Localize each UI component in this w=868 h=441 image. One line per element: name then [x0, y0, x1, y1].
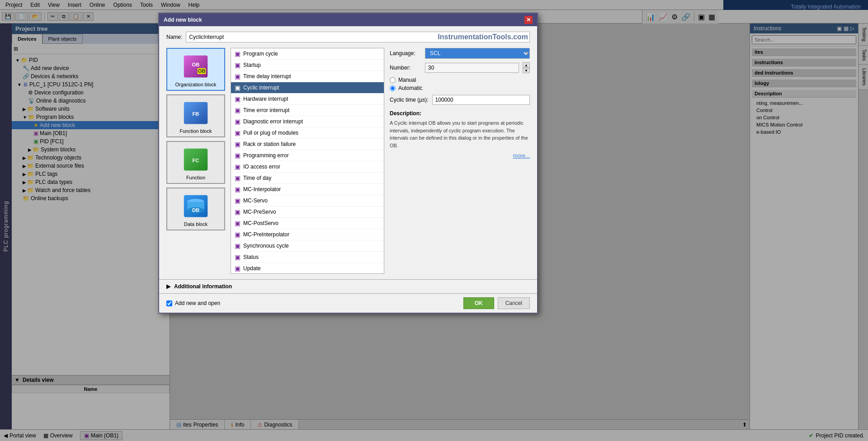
- modal-add-new-block: Add new block ✕ Name: InstrumentationToo…: [158, 13, 538, 314]
- modal-right-panel: Language: SCL LAD FBD STL ▼ Number: ▲: [390, 48, 530, 274]
- modal-close-btn[interactable]: ✕: [524, 16, 533, 24]
- list-icon-18: ▣: [235, 253, 241, 261]
- svg-text:FC: FC: [193, 158, 199, 163]
- cyclic-time-row: Cyclic time (µs):: [390, 95, 530, 105]
- list-icon-19: ▣: [235, 265, 241, 272]
- list-icon-3: ▣: [235, 84, 241, 91]
- list-item-program-cycle[interactable]: ▣ Program cycle: [231, 48, 384, 60]
- list-item-programming-error[interactable]: ▣ Programming error: [231, 150, 384, 161]
- add-open-label: Add new and open: [175, 300, 220, 306]
- svg-text:OB: OB: [198, 68, 206, 74]
- fb-block-icon: FB: [182, 99, 209, 127]
- list-icon-6: ▣: [235, 118, 241, 125]
- list-item-mc-preinterpolator[interactable]: ▣ MC-PreInterpolator: [231, 229, 384, 240]
- list-icon-10: ▣: [235, 163, 241, 170]
- block-btn-fb[interactable]: FB Function block: [166, 94, 225, 137]
- language-select[interactable]: SCL LAD FBD STL: [425, 48, 530, 59]
- list-item-update[interactable]: ▣ Update: [231, 263, 384, 274]
- list-item-mc-postservo[interactable]: ▣ MC-PostServo: [231, 218, 384, 229]
- language-row: Language: SCL LAD FBD STL ▼: [390, 48, 530, 59]
- block-type-list: ▣ Program cycle ▣ Startup ▣ Time delay i…: [231, 48, 384, 274]
- list-item-mc-preservo[interactable]: ▣ MC-PreServo: [231, 206, 384, 218]
- block-type-buttons: OB OB Organization block: [166, 48, 225, 274]
- list-item-time-of-day[interactable]: ▣ Time of day: [231, 173, 384, 184]
- description-label: Description:: [390, 110, 530, 117]
- number-spin-down[interactable]: ▼: [523, 68, 530, 73]
- svg-text:FB: FB: [193, 111, 199, 117]
- numbering-radio-group: Manual Automatic: [390, 77, 530, 91]
- radio-manual-input[interactable]: [390, 77, 396, 83]
- add-open-checkbox-row: Add new and open: [166, 300, 220, 306]
- list-icon-9: ▣: [235, 152, 241, 159]
- modal-title: Add new block: [164, 17, 202, 23]
- modal-body: Name: InstrumentationTools.com: [159, 26, 537, 279]
- number-row: Number: ▲ ▼: [390, 62, 530, 73]
- cancel-button[interactable]: Cancel: [498, 297, 530, 309]
- number-input[interactable]: [425, 63, 519, 73]
- footer-buttons: OK Cancel: [463, 297, 530, 309]
- radio-automatic-input[interactable]: [390, 85, 396, 91]
- list-icon-0: ▣: [235, 50, 241, 57]
- list-icon-5: ▣: [235, 107, 241, 114]
- list-item-pull-plug[interactable]: ▣ Pull or plug of modules: [231, 127, 384, 139]
- modal-titlebar: Add new block ✕: [159, 14, 537, 26]
- block-btn-fc[interactable]: FC Function: [166, 141, 225, 184]
- list-item-mc-interpolator[interactable]: ▣ MC-Interpolator: [231, 184, 384, 195]
- list-icon-14: ▣: [235, 208, 241, 216]
- addi-info-label: Additional information: [174, 283, 232, 290]
- fb-block-label: Function block: [180, 128, 212, 134]
- list-icon-7: ▣: [235, 129, 241, 136]
- cyclic-time-label: Cyclic time (µs):: [390, 97, 429, 103]
- radio-manual[interactable]: Manual: [390, 77, 530, 83]
- ob-block-icon: OB OB: [182, 53, 209, 80]
- modal-content: OB OB Organization block: [166, 48, 530, 274]
- svg-text:OB: OB: [192, 62, 200, 67]
- fc-block-label: Function: [186, 175, 205, 180]
- list-icon-13: ▣: [235, 197, 241, 204]
- list-item-status[interactable]: ▣ Status: [231, 252, 384, 263]
- list-icon-17: ▣: [235, 242, 241, 249]
- db-block-icon: DB: [182, 192, 209, 220]
- list-item-mc-servo[interactable]: ▣ MC-Servo: [231, 195, 384, 206]
- number-spinner: ▲ ▼: [523, 62, 530, 73]
- ob-block-label: Organization block: [175, 82, 216, 87]
- list-item-time-delay-interrupt[interactable]: ▣ Time delay interrupt: [231, 71, 384, 82]
- list-icon-8: ▣: [235, 141, 241, 148]
- add-open-checkbox[interactable]: [166, 300, 172, 306]
- list-icon-12: ▣: [235, 186, 241, 193]
- modal-footer: Add new and open OK Cancel: [159, 293, 537, 313]
- language-label: Language:: [390, 50, 421, 56]
- list-item-rack-station-failure[interactable]: ▣ Rack or station failure: [231, 139, 384, 150]
- additional-info-section[interactable]: ▶ Additional information: [159, 279, 537, 293]
- description-text: A Cyclic interrupt OB allows you to star…: [390, 119, 530, 149]
- block-btn-ob[interactable]: OB OB Organization block: [166, 48, 225, 91]
- description-section: Description: A Cyclic interrupt OB allow…: [390, 110, 530, 159]
- ok-button[interactable]: OK: [463, 297, 494, 309]
- list-icon-2: ▣: [235, 73, 241, 80]
- list-icon-15: ▣: [235, 220, 241, 227]
- name-label: Name:: [166, 34, 182, 40]
- list-item-hardware-interrupt[interactable]: ▣ Hardware interrupt: [231, 94, 384, 105]
- list-icon-4: ▣: [235, 95, 241, 103]
- cyclic-time-input[interactable]: [432, 95, 530, 105]
- watermark: InstrumentationTools.com: [438, 33, 528, 41]
- number-spin-up[interactable]: ▲: [523, 62, 530, 68]
- radio-automatic[interactable]: Automatic: [390, 85, 530, 91]
- more-link[interactable]: more...: [390, 153, 530, 159]
- block-btn-db[interactable]: DB Data block: [166, 188, 225, 230]
- list-item-cyclic-interrupt[interactable]: ▣ Cyclic interrupt: [231, 82, 384, 94]
- list-item-diag-error-interrupt[interactable]: ▣ Diagnostic error interrupt: [231, 116, 384, 127]
- db-block-label: Data block: [184, 221, 208, 227]
- list-item-startup[interactable]: ▣ Startup: [231, 60, 384, 71]
- svg-text:DB: DB: [192, 207, 199, 213]
- fc-block-icon: FC: [182, 146, 209, 173]
- list-item-time-error-interrupt[interactable]: ▣ Time error interrupt: [231, 105, 384, 116]
- list-icon-1: ▣: [235, 61, 241, 69]
- modal-name-row: Name: InstrumentationTools.com: [166, 32, 530, 42]
- addi-info-expand-icon: ▶: [166, 283, 170, 290]
- list-item-io-access-error[interactable]: ▣ IO access error: [231, 161, 384, 173]
- list-item-synchronous-cycle[interactable]: ▣ Synchronous cycle: [231, 240, 384, 252]
- list-icon-11: ▣: [235, 174, 241, 182]
- list-icon-16: ▣: [235, 231, 241, 238]
- number-label: Number:: [390, 65, 421, 71]
